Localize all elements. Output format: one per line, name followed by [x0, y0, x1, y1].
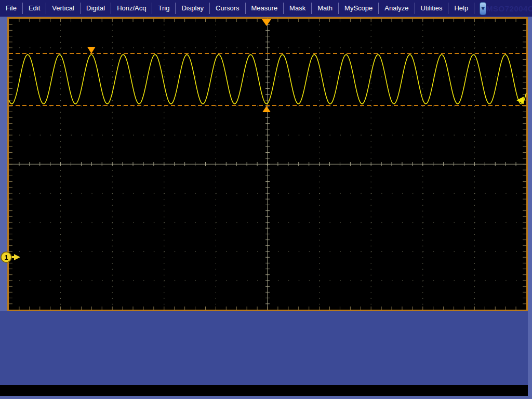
svg-text:1: 1 — [4, 254, 8, 261]
menu-item-utilities[interactable]: Utilities — [415, 3, 449, 14]
trigger-position-marker[interactable] — [262, 19, 271, 26]
menu-item-edit[interactable]: Edit — [23, 3, 46, 14]
graticule — [8, 18, 527, 311]
menu-dropdown-button[interactable]: ▼ — [480, 2, 486, 15]
max-level-marker[interactable] — [87, 47, 96, 54]
menu-item-mask[interactable]: Mask — [284, 3, 312, 14]
menu-item-vertical[interactable]: Vertical — [46, 3, 81, 14]
model-label: MSO72004C — [486, 4, 532, 13]
menu-bar: File Edit Vertical Digital Horiz/Acq Tri… — [0, 0, 532, 17]
menu-item-math[interactable]: Math — [312, 3, 339, 14]
min-level-marker[interactable] — [262, 106, 271, 112]
menu-item-help[interactable]: Help — [448, 3, 474, 14]
scope-screen: 1 C1 10.0mV/div 50Ω B′W:18.0G A′ C1 53.6… — [0, 17, 532, 399]
channel1-position-marker[interactable]: 1 — [1, 252, 20, 262]
bottom-black-band — [0, 385, 528, 396]
menu-item-analyze[interactable]: Analyze — [379, 3, 415, 14]
menu-item-trig[interactable]: Trig — [152, 3, 176, 14]
readout-panel: C1 10.0mV/div 50Ω B′W:18.0G A′ C1 53.6mV… — [0, 311, 528, 385]
waveform-display[interactable]: 1 — [7, 17, 528, 311]
menu-item-horiz-acq[interactable]: Horiz/Acq — [111, 3, 152, 14]
menu-item-display[interactable]: Display — [176, 3, 210, 14]
chevron-down-icon: ▼ — [480, 5, 486, 11]
menu-item-myscope[interactable]: MyScope — [339, 3, 379, 14]
menu-item-measure[interactable]: Measure — [246, 3, 284, 14]
menu-item-cursors[interactable]: Cursors — [210, 3, 246, 14]
menu-item-file[interactable]: File — [0, 3, 23, 14]
menu-item-digital[interactable]: Digital — [81, 3, 111, 14]
